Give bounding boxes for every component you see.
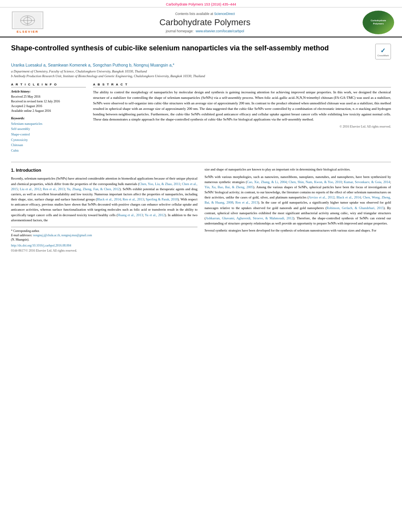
- available-date: Available online 2 August 2016: [11, 109, 86, 113]
- article-info-abstract: A R T I C L E I N F O Article history: R…: [11, 83, 391, 154]
- history-label: Article history:: [11, 90, 86, 93]
- email-line: E-mail addresses: nongnuj.j@chula.ac.th,…: [11, 233, 197, 237]
- journal-header: ELSEVIER Contents lists available at Sci…: [0, 7, 402, 37]
- doi-link[interactable]: http://dx.doi.org/10.1016/j.carbpol.2016…: [11, 244, 71, 247]
- elsevier-logo-area: ELSEVIER: [8, 11, 47, 33]
- ref-black2014a: Black et al., 2014: [97, 197, 121, 201]
- crossmark-badge[interactable]: ✓ CrossMark: [375, 44, 391, 59]
- abstract-col: A B S T R A C T The ability to control t…: [93, 83, 391, 154]
- right-para-1: size and shape of nanoparticles are know…: [205, 167, 391, 172]
- ref-robinson2015: Robinson, Gerlach, & Ghandehari, 2015: [327, 206, 384, 210]
- journal-reference-bar: Carbohydrate Polymers 153 (2016) 435–444: [0, 0, 402, 7]
- ref-chen2008: Chen, Wong, Zheng, Bai, & Huang, 2008: [205, 195, 391, 204]
- section-divider: [11, 162, 391, 162]
- copyright-line: © 2016 Elsevier Ltd. All rights reserved…: [93, 125, 391, 128]
- affiliation-b: b Antibody Production Research Unit, Ins…: [11, 74, 391, 79]
- ref-chen2011: Chen, Yoo, Liu, & Zhao, 2011: [139, 182, 180, 186]
- ref-huang2013: Huang et al., 2013: [118, 213, 143, 217]
- ref-black2014b: Black et al., 2014: [337, 195, 361, 199]
- page: Carbohydrate Polymers 153 (2016) 435–444…: [0, 0, 402, 532]
- ref-ashkarran2012: Ashkarran, Ghavami, Aghaverdi, Stroeve, …: [206, 216, 293, 220]
- ref-yu2012b: Yu et al., 2012: [145, 213, 165, 217]
- keyword-6: Cubic: [11, 148, 86, 154]
- email-link[interactable]: nongnuj.j@chula.ac.th, nongnuj.mus@gmail…: [33, 234, 92, 237]
- intro-heading: 1. Introduction: [11, 167, 197, 174]
- body-col-right: size and shape of nanoparticles are know…: [205, 167, 391, 253]
- keyword-5: Chitosan: [11, 143, 86, 148]
- right-para-3: Several synthetic strategies have been d…: [205, 228, 391, 233]
- article-info-col: A R T I C L E I N F O Article history: R…: [11, 83, 86, 154]
- keyword-2: Self-assembly: [11, 126, 86, 132]
- article-title: Shape-controlled synthesis of cubic-like…: [11, 44, 375, 53]
- ref-yu2012: Yu, Zhang, Zheng, Fan, & Chen, 2012: [67, 187, 119, 191]
- ref-ren2013c: Ren et al., 2013: [235, 200, 258, 204]
- contents-line: Contents lists available at ScienceDirec…: [47, 12, 363, 16]
- body-col-left: 1. Introduction Recently, selenium nanop…: [11, 167, 197, 253]
- body-area: 1. Introduction Recently, selenium nanop…: [0, 167, 402, 258]
- sciencedirect-link[interactable]: ScienceDirect: [214, 12, 234, 16]
- accepted-date: Accepted 2 August 2016: [11, 104, 86, 109]
- footnote-area: * Corresponding author. E-mail addresses…: [11, 227, 197, 253]
- keyword-1: Selenium nanoparticles: [11, 121, 86, 127]
- ref-sperling2010: Sperling & Parak, 2010: [146, 197, 178, 201]
- homepage-line: journal homepage: www.elsevier.com/locat…: [47, 29, 363, 33]
- keyword-4: Cytotoxicity: [11, 137, 86, 143]
- abstract-text: The ability to control the morphology of…: [93, 90, 391, 123]
- article-header-area: Shape-controlled synthesis of cubic-like…: [0, 37, 402, 157]
- ref-cao2004: Cao, Xie, Zhang, & Li, 2004: [247, 180, 287, 184]
- journal-ref-text: Carbohydrate Polymers 153 (2016) 435–444: [166, 2, 236, 6]
- journal-title: Carbohydrate Polymers: [47, 17, 363, 28]
- affiliation-a: a Department of Chemistry, Faculty of Sc…: [11, 69, 391, 74]
- affiliations: a Department of Chemistry, Faculty of Sc…: [11, 69, 391, 79]
- ref-liu2012: Liu et al., 2012: [20, 187, 41, 191]
- article-title-row: Shape-controlled synthesis of cubic-like…: [11, 44, 391, 59]
- ref-ren2013b: Ren et al., 2013: [123, 197, 144, 201]
- right-para-2: SeNPs with various morphologies, such as…: [205, 174, 391, 226]
- homepage-link[interactable]: www.elsevier.com/locate/carbpol: [195, 29, 244, 33]
- received-date: Received 25 May 2016: [11, 95, 86, 99]
- doi-line: http://dx.doi.org/10.1016/j.carbpol.2016…: [11, 243, 197, 248]
- keywords-label: Keywords:: [11, 117, 86, 120]
- ref-ren2013: Ren et al., 2013: [43, 187, 65, 191]
- revised-date: Received in revised form 12 July 2016: [11, 99, 86, 104]
- abstract-label: A B S T R A C T: [93, 83, 391, 87]
- body-two-col: 1. Introduction Recently, selenium nanop…: [11, 167, 391, 253]
- issn-line: 0144-8617/© 2016 Elsevier Ltd. All right…: [11, 248, 197, 253]
- carbohydrate-polymers-logo: CarbohydratePolymers: [363, 11, 394, 34]
- authors-line: Urarika Luesakul a, Seamkwan Komenek a, …: [11, 63, 391, 67]
- article-info-label: A R T I C L E I N F O: [11, 83, 86, 87]
- ref-kumar2014: Kumar, Sevonkaev, & Goia, 2014: [344, 180, 390, 184]
- author-name: (N. Muangsin).: [11, 237, 197, 242]
- ref-arvizo2012: Arvizo et al., 2012: [309, 195, 334, 199]
- elsevier-image-logo: [12, 11, 43, 29]
- corresponding-author: * Corresponding author.: [11, 229, 197, 233]
- intro-para-1: Recently, selenium nanoparticles (SeNPs)…: [11, 176, 197, 223]
- journal-center-header: Contents lists available at ScienceDirec…: [47, 12, 363, 33]
- ref-yin2005: Yin, Xu, Bao, Bai, & Zheng, 2005: [205, 185, 253, 189]
- ref-chen2010: Chen, Shin, Nam, Kwon, & Yoo, 2010: [288, 180, 342, 184]
- keyword-3: Shape-control: [11, 132, 86, 137]
- elsevier-text: ELSEVIER: [17, 30, 39, 33]
